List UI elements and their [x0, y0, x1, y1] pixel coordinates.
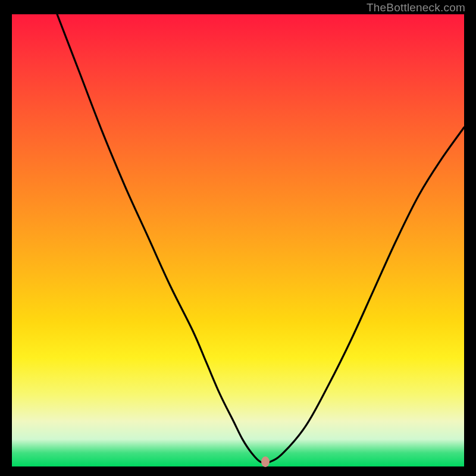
optimum-marker — [261, 456, 270, 467]
curve-svg — [12, 14, 464, 466]
watermark-text: TheBottleneck.com — [367, 1, 465, 14]
chart-container: TheBottleneck.com — [0, 0, 476, 476]
plot-area — [12, 14, 464, 466]
bottleneck-curve — [57, 14, 464, 463]
